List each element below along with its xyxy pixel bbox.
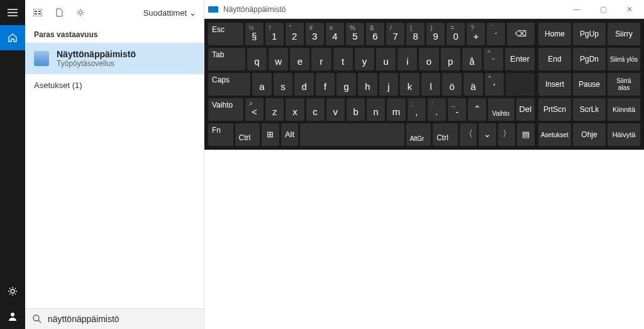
close-button[interactable]: ✕ [619, 3, 640, 16]
key-left-shift[interactable]: Vaihto [208, 98, 243, 121]
key-options[interactable]: Asetukset [538, 123, 571, 146]
key-home[interactable]: Home [538, 23, 571, 45]
settings-results-header[interactable]: Asetukset (1) [25, 74, 204, 96]
key-1[interactable]: !1 [265, 23, 284, 45]
key-nav[interactable]: Siirry [608, 23, 640, 45]
key-e[interactable]: e [290, 48, 309, 70]
key-h[interactable]: h [358, 73, 377, 96]
key-odiaeresis[interactable]: ö [442, 73, 462, 96]
key-b[interactable]: b [347, 98, 365, 121]
key-s[interactable]: s [274, 73, 293, 96]
key-w[interactable]: w [269, 48, 288, 70]
key-aring[interactable]: å [462, 48, 482, 70]
key-altgr[interactable]: AltGr [406, 123, 431, 146]
key-enter-extra[interactable] [506, 73, 535, 96]
key-y[interactable]: y [355, 48, 374, 70]
key-movedown[interactable]: Siirrä alas [608, 73, 640, 96]
hamburger-button[interactable] [0, 0, 25, 25]
apps-scope-icon[interactable] [33, 8, 43, 18]
key-f[interactable]: f [316, 73, 335, 96]
key-l[interactable]: l [421, 73, 441, 96]
key-i[interactable]: i [397, 48, 417, 70]
key-3[interactable]: #3 [306, 23, 324, 45]
key-4[interactable]: ¤4 [326, 23, 344, 45]
key-5[interactable]: %5 [346, 23, 364, 45]
key-win[interactable]: ⊞ [262, 123, 279, 146]
key-j[interactable]: j [379, 73, 399, 96]
key-alt[interactable]: Alt [281, 123, 299, 146]
search-input[interactable] [48, 314, 196, 324]
key-9[interactable]: )9 [426, 23, 445, 45]
key-z[interactable]: z [265, 98, 284, 121]
key-p[interactable]: p [441, 48, 460, 70]
key-right-shift[interactable]: Vaihto [488, 98, 514, 121]
key-a[interactable]: a [252, 73, 272, 96]
key-n[interactable]: n [367, 98, 385, 121]
key-pause[interactable]: Pause [573, 73, 606, 96]
key-fn[interactable]: Fn [208, 123, 233, 146]
key-8[interactable]: (8 [406, 23, 425, 45]
key-prtscn[interactable]: PrtScn [538, 98, 571, 121]
key-help[interactable]: Ohje [573, 123, 606, 146]
key-moveup[interactable]: Siirrä ylös [608, 48, 640, 70]
key-less[interactable]: >< [245, 98, 264, 121]
key-c[interactable]: c [306, 98, 325, 121]
key-tab[interactable]: Tab [208, 48, 245, 70]
minimize-button[interactable]: — [566, 3, 587, 16]
key-caps[interactable]: Caps [208, 73, 250, 96]
key-fade[interactable]: Häivytä [608, 123, 640, 146]
key-comma[interactable]: ;, [408, 98, 426, 121]
key-plus[interactable]: ?+ [467, 23, 485, 45]
filters-dropdown[interactable]: Suodattimet ⌄ [143, 8, 196, 18]
key-left[interactable]: 〈 [460, 123, 477, 146]
key-backspace[interactable]: ⌫ [507, 23, 535, 45]
key-left-ctrl[interactable]: Ctrl [235, 123, 260, 146]
home-button[interactable] [0, 25, 25, 50]
key-dock[interactable]: Kiinnitä [608, 98, 640, 121]
key-right[interactable]: 〉 [498, 123, 516, 146]
key-menu[interactable]: ▤ [517, 123, 535, 146]
key-esc[interactable]: Esc [208, 23, 243, 45]
key-m[interactable]: m [387, 98, 405, 121]
key-d[interactable]: d [294, 73, 314, 96]
settings-button[interactable] [0, 279, 25, 304]
key-v[interactable]: v [326, 98, 345, 121]
key-pgdn[interactable]: PgDn [573, 48, 606, 70]
key-pgup[interactable]: PgUp [573, 23, 606, 45]
key-up[interactable]: ⌃ [468, 98, 486, 121]
key-acute[interactable]: `´ [487, 23, 505, 45]
key-x[interactable]: x [286, 98, 304, 121]
key-apostrophe[interactable]: *' [485, 73, 504, 96]
key-section[interactable]: ½§ [245, 23, 264, 45]
key-right-ctrl[interactable]: Ctrl [433, 123, 458, 146]
key-minus[interactable]: _- [448, 98, 466, 121]
key-7[interactable]: /7 [386, 23, 404, 45]
key-enter[interactable]: Enter [505, 48, 535, 70]
key-down[interactable]: ⌄ [479, 123, 496, 146]
key-k[interactable]: k [400, 73, 419, 96]
key-t[interactable]: t [333, 48, 353, 70]
key-o[interactable]: o [419, 48, 438, 70]
key-g[interactable]: g [336, 73, 356, 96]
key-scrlk[interactable]: ScrLk [573, 98, 606, 121]
maximize-button[interactable]: ▢ [592, 3, 614, 16]
result-item[interactable]: Näyttönäppäimistö Työpöytäsovellus [25, 43, 204, 74]
key-q[interactable]: q [247, 48, 267, 70]
key-6[interactable]: &6 [366, 23, 384, 45]
key-2[interactable]: "2 [286, 23, 304, 45]
key-space[interactable] [300, 123, 404, 146]
key-r[interactable]: r [311, 48, 331, 70]
key-period[interactable]: :. [428, 98, 446, 121]
key-u[interactable]: u [376, 48, 396, 70]
settings-scope-icon[interactable] [75, 8, 86, 18]
key-end[interactable]: End [538, 48, 571, 70]
user-button[interactable] [0, 304, 25, 329]
osk-titlebar[interactable]: Näyttönäppäimistö — ▢ ✕ [204, 0, 644, 19]
key-0[interactable]: =0 [447, 23, 465, 45]
key-diaeresis[interactable]: ^¨ [484, 48, 503, 70]
key-adiaeresis[interactable]: ä [464, 73, 483, 96]
documents-scope-icon[interactable] [54, 8, 64, 18]
key-insert[interactable]: Insert [538, 73, 571, 96]
key-del[interactable]: Del [516, 98, 535, 121]
user-icon [8, 312, 17, 321]
